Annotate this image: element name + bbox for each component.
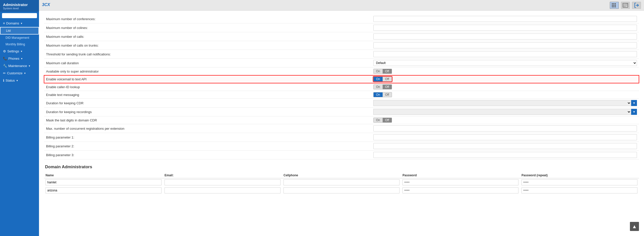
admin-cellphone-cell [282, 178, 401, 187]
content-area: Maximum number of conferences:Maximum nu… [39, 11, 644, 236]
form-row: Enable caller-ID lookupOnOff [44, 83, 639, 91]
admin-password-cell [401, 186, 520, 194]
window-icon[interactable] [621, 2, 630, 9]
domain-admins-table: Name Email: Cellphone Password Password … [44, 173, 639, 194]
sidebar-item-label: Monthly Billing [6, 43, 25, 46]
select-duration-cdr[interactable] [373, 100, 631, 106]
admin-email-input[interactable] [165, 187, 280, 193]
toggle-off-option[interactable]: Off [383, 77, 392, 81]
admin-email-input[interactable] [165, 179, 280, 185]
admin-password_repeat-input[interactable] [521, 179, 637, 185]
toggle-on-option[interactable]: On [374, 118, 383, 122]
input-max-concurrent-reg[interactable] [373, 125, 637, 131]
app-logo: 3CX [42, 1, 57, 9]
input-max-conferences[interactable] [373, 16, 637, 22]
toggle-off-option[interactable]: Off [383, 118, 392, 122]
form-row: Threshold for sending trunk call notific… [44, 50, 639, 59]
toggle-on-option[interactable]: On [374, 85, 383, 89]
admin-cellphone-input[interactable] [284, 187, 399, 193]
form-row-label: Threshold for sending trunk call notific… [44, 50, 371, 59]
form-row: Billing parameter 1: [44, 133, 639, 142]
toggle-on-option[interactable]: On [374, 77, 383, 81]
svg-rect-8 [613, 6, 614, 7]
toggle-off-option[interactable]: Off [383, 92, 392, 97]
svg-rect-9 [615, 6, 616, 7]
admin-title: Administrator [3, 3, 36, 7]
svg-rect-4 [612, 5, 613, 6]
form-row-label: Billing parameter 1: [44, 133, 371, 142]
input-max-calls[interactable] [373, 33, 637, 40]
sidebar-item-domains[interactable]: ≡ Domains ▼ [0, 20, 39, 27]
toggle-available-super-admin[interactable]: OnOff [373, 69, 392, 74]
chevron-down-icon: ▼ [16, 79, 18, 82]
sidebar-item-phones[interactable]: 📞 Phones ▼ [0, 55, 39, 62]
toggle-on-option[interactable]: On [374, 69, 383, 74]
settings-form-table: Maximum number of conferences:Maximum nu… [44, 15, 639, 159]
form-row-label: Enable caller-ID lookup [44, 83, 371, 91]
toggle-enable-caller-id[interactable]: OnOff [373, 84, 392, 89]
topbar: 3CX [39, 0, 644, 11]
toggle-enable-voicemail-api[interactable]: OnOff [373, 77, 392, 82]
topbar-right [610, 2, 641, 9]
input-billing-param-2[interactable] [373, 143, 637, 149]
col-email: Email: [163, 173, 282, 178]
input-max-colines[interactable] [373, 25, 637, 31]
select-btn-arrow-duration-recordings[interactable]: ▼ [631, 109, 637, 115]
sidebar-item-status[interactable]: ℹ Status ▼ [0, 77, 39, 84]
form-row-value [371, 124, 639, 133]
sidebar-item-label: DID Management [6, 36, 29, 40]
form-row-value [371, 41, 639, 50]
select-duration-recordings[interactable] [373, 109, 631, 115]
col-name: Name [44, 173, 163, 178]
admin-password-input[interactable] [403, 187, 518, 193]
sidebar-item-did-management[interactable]: DID Management [0, 35, 39, 41]
input-billing-param-1[interactable] [373, 134, 637, 140]
form-row: Billing parameter 2: [44, 142, 639, 151]
sidebar-item-label: Domains [6, 21, 19, 25]
form-row-label: Billing parameter 2: [44, 142, 371, 151]
admin-name-input[interactable] [46, 187, 162, 193]
logout-icon[interactable] [632, 2, 641, 9]
form-row: Mask the last digits in domain CDROnOff [44, 116, 639, 124]
input-max-calls-trunks[interactable] [373, 42, 637, 48]
admin-name-input[interactable] [46, 179, 162, 185]
search-input[interactable] [2, 13, 37, 18]
svg-rect-5 [613, 5, 614, 6]
toggle-mask-last-digits[interactable]: OnOff [373, 118, 392, 123]
input-billing-param-3[interactable] [373, 152, 637, 158]
form-row-value: OnOff [371, 68, 639, 75]
form-row: Enable text messagingOnOff [44, 91, 639, 99]
admin-name-cell [44, 186, 163, 194]
toggle-off-option[interactable]: Off [383, 69, 392, 74]
scroll-top-button[interactable]: ▲ [630, 222, 639, 231]
svg-rect-3 [615, 3, 616, 4]
select-max-call-duration[interactable]: Default [373, 60, 637, 66]
admin-email-cell [163, 186, 282, 194]
input-threshold-trunk[interactable] [373, 51, 637, 57]
sidebar-item-list[interactable]: List [0, 27, 39, 35]
logo-area: 3CX [42, 1, 57, 9]
admin-cellphone-input[interactable] [284, 179, 399, 185]
toggle-off-option[interactable]: Off [383, 85, 392, 89]
edit-icon: ✏ [3, 71, 6, 75]
sidebar-item-label: Settings [7, 49, 19, 53]
phone-icon: 📞 [3, 57, 7, 60]
admin-password_repeat-input[interactable] [521, 187, 637, 193]
toggle-on-option[interactable]: On [374, 92, 383, 97]
select-btn-arrow-duration-cdr[interactable]: ▼ [631, 100, 637, 106]
grid-view-icon[interactable] [610, 2, 619, 9]
form-row: Enable voicemail to text APIOnOff [44, 75, 639, 83]
form-row-value [371, 133, 639, 142]
sidebar-item-label: Status [6, 79, 15, 82]
main-area: 3CX [39, 0, 644, 236]
toggle-enable-text-messaging[interactable]: OnOff [373, 92, 392, 97]
admin-password-input[interactable] [403, 179, 518, 185]
sidebar-item-monthly-billing[interactable]: Monthly Billing [0, 41, 39, 48]
sidebar-item-maintenance[interactable]: 🔧 Maintenance ▼ [0, 62, 39, 70]
sidebar-item-customize[interactable]: ✏ Customize ▼ [0, 70, 39, 77]
form-row-label: Enable voicemail to text API [44, 75, 371, 83]
sidebar-item-settings[interactable]: ⚙ Settings ▼ [0, 48, 39, 55]
form-row-value [371, 151, 639, 159]
form-row-value [371, 15, 639, 23]
svg-rect-2 [613, 3, 614, 4]
